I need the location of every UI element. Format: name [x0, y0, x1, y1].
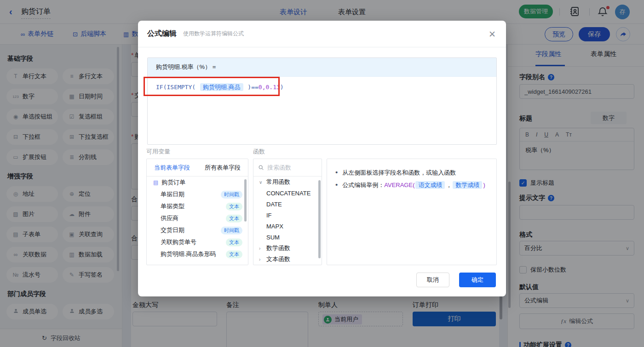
- function-group-label: 数学函数: [266, 244, 290, 252]
- field-chip[interactable]: 语文成绩: [415, 181, 445, 189]
- close-icon[interactable]: ✕: [489, 29, 496, 40]
- function-group-常用函数[interactable]: ∨常用函数: [253, 176, 322, 188]
- modal-subtitle: 使用数学运算符编辑公式: [183, 30, 244, 38]
- variables-panel: 当前表单字段 所有表单字段 ▤ 购货订单 单据日期时间戳单据类型文本供应商文本交…: [146, 159, 248, 265]
- functions-scrollbar[interactable]: [318, 180, 321, 258]
- variables-tabs: 当前表单字段 所有表单字段: [147, 159, 248, 176]
- modal-title: 公式编辑: [147, 29, 177, 39]
- formula-text-segment: ，: [446, 182, 452, 188]
- formula-target: 购货明细.税率（%） =: [148, 58, 496, 77]
- variable-type-badge: 文本: [226, 250, 242, 258]
- cancel-button[interactable]: 取消: [416, 273, 449, 287]
- variables-scrollbar[interactable]: [244, 179, 247, 222]
- variable-row[interactable]: 供应商文本: [147, 212, 248, 224]
- functions-section-label: 函数: [253, 148, 265, 156]
- tab-all-form-fields[interactable]: 所有表单字段: [197, 164, 248, 172]
- variable-name: 单据日期: [161, 190, 184, 199]
- tips-panel: • 从左侧面板选择字段名和函数，或输入函数 • 公式编辑举例：AVERAGE(语…: [327, 159, 497, 265]
- variables-section-label: 可用变量: [146, 148, 170, 156]
- chevron-right-icon: ›: [259, 246, 264, 251]
- variable-type-badge: 文本: [226, 215, 242, 222]
- formula-text-segment: ): [483, 182, 485, 188]
- field-chip[interactable]: 数学成绩: [453, 181, 482, 189]
- tree-root[interactable]: ▤ 购货订单: [147, 176, 248, 188]
- formula-text-segment: ): [280, 84, 284, 91]
- function-group-label: 常用函数: [266, 178, 290, 186]
- functions-panel: 搜索函数 ∨常用函数CONCATENATEDATEIFMAPXSUM›数学函数›…: [253, 159, 322, 265]
- formula-text-segment: 公式编辑举例：: [342, 182, 384, 188]
- variable-row[interactable]: 单据类型文本: [147, 200, 248, 212]
- tip-line: • 从左侧面板选择字段名和函数，或输入函数: [335, 166, 488, 179]
- tree-root-label: 购货订单: [161, 178, 185, 187]
- variable-name: 供应商: [161, 214, 178, 222]
- function-group-label: 文本函数: [266, 255, 290, 263]
- modal-header: 公式编辑 使用数学运算符编辑公式: [138, 21, 506, 47]
- search-placeholder: 搜索函数: [267, 164, 291, 172]
- bullet-icon: •: [335, 166, 338, 178]
- variable-row[interactable]: 交货日期时间戳: [147, 224, 248, 236]
- search-icon: [258, 165, 264, 171]
- function-group-数学函数[interactable]: ›数学函数: [253, 243, 322, 254]
- variable-type-badge: 文本: [226, 239, 242, 246]
- chevron-down-icon: ∨: [259, 180, 264, 185]
- function-item-SUM[interactable]: SUM: [253, 232, 322, 243]
- form-designer-app: ‹ 购货订单 表单设计 表单设置 数据管理 存 ∞表单外链⊡后端脚本▥数据权限 …: [0, 0, 644, 347]
- document-icon: ▤: [153, 179, 158, 186]
- variable-name: 交货日期: [161, 226, 184, 234]
- variable-name: 购货明细.商品条形码: [161, 250, 216, 258]
- chevron-right-icon: ›: [259, 257, 264, 262]
- variable-type-badge: 时间戳: [221, 227, 242, 234]
- bullet-icon: •: [335, 179, 338, 191]
- confirm-button[interactable]: 确定: [459, 273, 496, 287]
- formula-box: 购货明细.税率（%） = IF(ISEMPTY( 购货明细.商品 )==0,0.…: [147, 57, 497, 145]
- variable-row[interactable]: 购货明细.商品条形码文本: [147, 248, 248, 260]
- variable-row[interactable]: 关联购货单号文本: [147, 236, 248, 248]
- variable-row[interactable]: 单据日期时间戳: [147, 188, 248, 200]
- function-item-DATE[interactable]: DATE: [253, 199, 322, 210]
- variable-name: 关联购货单号: [161, 238, 196, 246]
- variable-type-badge: 时间戳: [221, 191, 242, 199]
- variable-type-badge: 文本: [226, 203, 242, 210]
- formula-editor-modal: 公式编辑 使用数学运算符编辑公式 ✕ 购货明细.税率（%） = IF(ISEMP…: [138, 21, 506, 296]
- function-item-MAPX[interactable]: MAPX: [253, 221, 322, 232]
- variable-name: 单据类型: [161, 202, 184, 210]
- annotation-red-box: [144, 77, 280, 96]
- function-item-IF[interactable]: IF: [253, 210, 322, 221]
- tab-current-form-fields[interactable]: 当前表单字段: [147, 164, 197, 172]
- function-item-CONCATENATE[interactable]: CONCATENATE: [253, 188, 322, 199]
- formula-text-segment: AVERAGE(: [384, 182, 414, 188]
- tip-line: • 公式编辑举例：AVERAGE(语文成绩，数学成绩): [335, 179, 488, 191]
- function-group-文本函数[interactable]: ›文本函数: [253, 254, 322, 265]
- function-search[interactable]: 搜索函数: [253, 159, 322, 176]
